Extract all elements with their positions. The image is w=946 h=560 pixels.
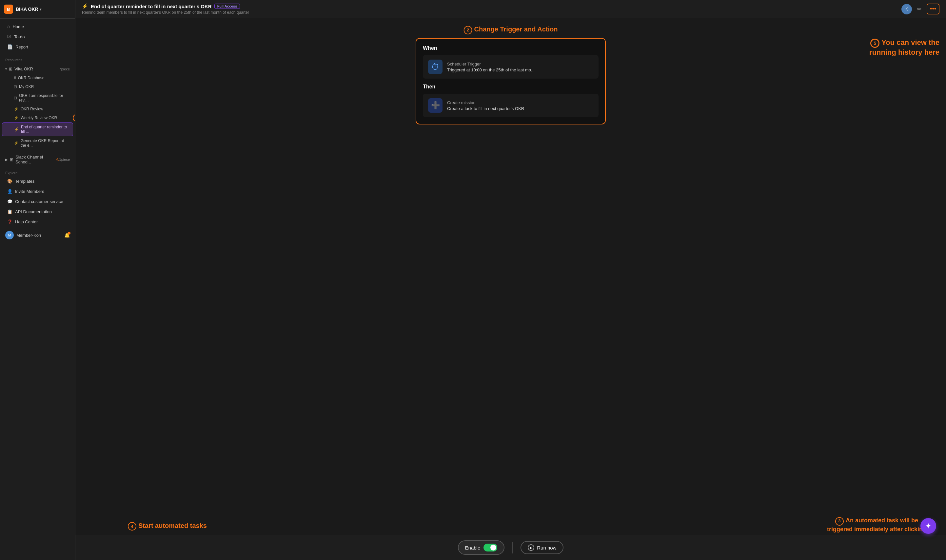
item-label: OKR Database [18,75,45,80]
chevron-down-icon: ▾ [40,8,41,11]
run-now-button[interactable]: ▶ Run now [520,541,563,554]
sidebar-nav: ⌂ Home ☑ To-do 📄 Report [0,18,75,55]
grid-icon: ⊞ [9,66,12,71]
sidebar-item-label: Report [15,45,28,49]
notification-icon[interactable]: 🔔 [64,232,70,238]
lightning-icon3: ⚡ [14,127,19,132]
topbar-actions: K ✏ ••• [901,4,940,14]
sidebar-item-label: To-do [14,34,25,39]
trigger-block[interactable]: ⏱ Scheduler Trigger Triggered at 10:00 o… [423,55,599,78]
topbar-title: ⚡ End of quarter reminder to fill in nex… [82,3,249,9]
slack-badge: 1piece [59,157,70,162]
item-label: Weekly Review OKR [21,115,57,120]
sidebar-item-okr-database[interactable]: # OKR Database [2,74,73,82]
help-icon: ❓ [7,219,12,224]
sidebar: B BIKA OKR ▾ ⌂ Home ☑ To-do 📄 Report Res… [0,0,76,560]
then-label: Then [423,84,599,90]
topbar: ⚡ End of quarter reminder to fill in nex… [76,0,946,18]
api-icon: 📋 [7,209,12,214]
sidebar-item-help[interactable]: ❓ Help Center [2,217,73,227]
fab-button[interactable]: ✦ [920,518,936,534]
full-access-badge: Full Access [215,4,240,9]
sidebar-item-generate-okr[interactable]: ⚡ Generate OKR Report at the e... [2,137,73,150]
sidebar-item-okr-review[interactable]: ⚡ OKR Review [2,105,73,113]
contact-label: Contact customer service [15,199,63,204]
sidebar-item-home[interactable]: ⌂ Home [2,22,73,31]
vika-okr-group: ▾ ⊞ Vika OKR 7piece # OKR Database ⊡ My … [0,63,75,151]
action-block[interactable]: ➕ Create mission Create a task to fill i… [423,94,599,117]
home-icon: ⌂ [7,24,10,29]
toggle-track[interactable] [483,544,497,551]
sidebar-item-todo[interactable]: ☑ To-do [2,32,73,42]
sidebar-item-okr-responsible[interactable]: ⊡ OKR I am responsible for revi... [2,91,73,105]
notification-dot [68,232,71,234]
sidebar-item-api-docs[interactable]: 📋 API Documentation [2,207,73,217]
grid-icon-slack: ⊞ [10,157,14,162]
templates-label: Templates [15,179,34,184]
sidebar-item-label: Home [12,24,24,29]
edit-button[interactable]: ✏ [916,5,923,14]
lightning-title-icon: ⚡ [82,3,88,9]
grid-small-icon: ⊡ [14,85,17,89]
sidebar-item-invite[interactable]: 👤 Invite Members [2,187,73,196]
run-now-label: Run now [537,545,556,551]
sidebar-item-contact[interactable]: 💬 Contact customer service [2,197,73,206]
topbar-left: ⚡ End of quarter reminder to fill in nex… [82,3,249,15]
explore-label: Explore [0,168,75,176]
more-options-button[interactable]: ••• [927,4,940,14]
grid-small-icon2: ⊡ [14,95,17,100]
run-icon: ▶ [528,544,534,551]
page-title: End of quarter reminder to fill in next … [91,4,212,9]
user-name: Member-Kon [16,233,41,238]
action-title: Create mission [447,100,524,105]
sidebar-header: B BIKA OKR ▾ [0,0,75,18]
api-label: API Documentation [15,209,52,214]
user-info: M Member-Kon [5,231,41,239]
group-label: Vika OKR [14,66,33,71]
app-name[interactable]: BIKA OKR ▾ [16,6,41,12]
annotation-five: 5You can view therunning history here [869,38,940,57]
trigger-text: Scheduler Trigger Triggered at 10:00 on … [447,62,535,72]
when-label: When [423,45,599,51]
vika-okr-header[interactable]: ▾ ⊞ Vika OKR 7piece [0,65,75,73]
slack-group: ▶ ⊞ Slack Channel Sched... ⚠ 1piece [0,151,75,168]
user-avatar-btn[interactable]: K [901,4,912,14]
templates-icon: 🎨 [7,179,12,184]
trigger-title: Scheduler Trigger [447,62,535,66]
topbar-subtitle: Remind team members to fill in next quar… [82,10,249,15]
action-text: Create mission Create a task to fill in … [447,100,524,111]
enable-label: Enable [465,545,480,551]
scheduler-icon: ⏱ [428,60,443,74]
automation-card: 2Change Trigger and Action When ⏱ Schedu… [416,38,606,125]
user-row: M Member-Kon 🔔 [0,228,75,242]
sidebar-item-templates[interactable]: 🎨 Templates [2,177,73,186]
enable-toggle[interactable]: Enable [458,540,505,555]
lightning-icon4: ⚡ [14,141,19,145]
annotation-two: 2Change Trigger and Action [464,26,558,34]
item-label: OKR Review [21,107,43,111]
trigger-description: Triggered at 10:00 on the 25th of the la… [447,68,535,72]
sidebar-item-report[interactable]: 📄 Report [2,42,73,52]
sidebar-item-my-okr[interactable]: ⊡ My OKR [2,83,73,91]
app-icon: B [4,5,13,14]
sidebar-item-weekly-review[interactable]: ⚡ Weekly Review OKR 1Click [2,114,73,122]
invite-label: Invite Members [15,189,44,194]
resources-label: Resources [0,55,75,63]
item-label: OKR I am responsible for revi... [19,93,68,103]
plus-icon: ✦ [925,522,932,531]
toggle-thumb [491,545,496,551]
action-description: Create a task to fill in next quarter's … [447,106,524,111]
bottom-bar: 4Start automated tasks 3An automated tas… [76,535,946,560]
report-icon: 📄 [7,44,13,49]
todo-icon: ☑ [7,34,11,39]
action-icon: ➕ [428,98,443,113]
lightning-icon2: ⚡ [14,115,19,120]
sidebar-item-end-of-quarter[interactable]: ⚡ End of quarter reminder to fill ... [2,123,73,136]
lightning-icon1: ⚡ [14,107,19,111]
help-label: Help Center [15,219,38,224]
main-panel: ⚡ End of quarter reminder to fill in nex… [76,0,946,560]
slack-header[interactable]: ▶ ⊞ Slack Channel Sched... ⚠ 1piece [0,152,75,166]
avatar: M [5,231,14,239]
content-area: 5You can view therunning history here 2C… [76,18,946,535]
hash-icon: # [14,75,16,80]
